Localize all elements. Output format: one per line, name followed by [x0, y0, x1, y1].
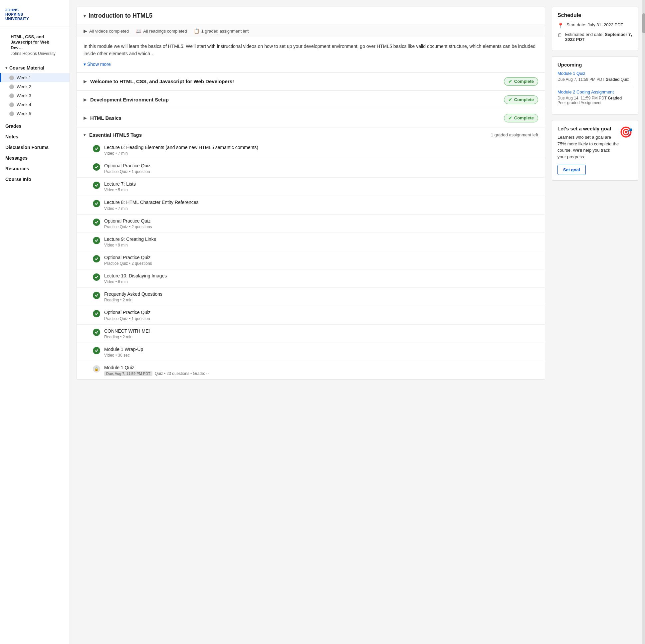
lesson-check-icon11: [93, 329, 100, 336]
section-welcome[interactable]: ▶ Welcome to HTML, CSS, and Javascript f…: [77, 72, 545, 90]
upcoming-link-1[interactable]: Module 1 Quiz: [558, 71, 633, 76]
divider: [558, 86, 633, 86]
status-assignments: 📋 1 graded assignment left: [194, 28, 249, 34]
goal-text: Learners who set a goal are 75% more lik…: [558, 134, 619, 160]
lesson-8[interactable]: Lecture 10: Displaying Images Video • 6 …: [77, 269, 545, 288]
lesson-3-title: Lecture 7: Lists: [104, 181, 136, 187]
essential-tags-header[interactable]: ▾ Essential HTML5 Tags 1 graded assignme…: [77, 127, 545, 141]
essential-tags-title: Essential HTML5 Tags: [89, 132, 142, 138]
goal-title: Let's set a weekly goal: [558, 126, 619, 131]
lesson-9-meta: Reading • 2 min: [104, 298, 162, 302]
section-chevron-icon: ▶: [83, 79, 87, 84]
complete-badge-htmlbasics: ✔ Complete: [504, 114, 538, 122]
sidebar-item-week1[interactable]: Week 1: [0, 73, 69, 82]
week2-dot: [9, 84, 14, 89]
sidebar-item-week3[interactable]: Week 3: [0, 91, 69, 100]
status-bar: ▶ All videos completed 📖 All readings co…: [77, 25, 545, 37]
scrollbar-thumb[interactable]: [642, 13, 645, 33]
reading-icon: 📖: [136, 28, 141, 34]
chevron-up-icon: ▾: [83, 61, 86, 67]
schedule-section: Schedule 📍 Start date: July 31, 2022 PDT…: [552, 7, 638, 51]
sidebar-item-week5[interactable]: Week 5: [0, 109, 69, 118]
lesson-5-meta: Practice Quiz • 2 questions: [104, 225, 152, 229]
check-icon3: ✔: [508, 115, 512, 121]
lesson-5[interactable]: Optional Practice Quiz Practice Quiz • 2…: [77, 215, 545, 233]
video-icon: ▶: [83, 28, 87, 34]
logo-area: JOHNS HOPKINS UNIVERSITY: [0, 5, 69, 27]
end-date-label: Estimated end date:: [565, 32, 604, 37]
lesson-10-meta: Practice Quiz • 1 question: [104, 316, 151, 321]
section-chevron-icon3: ▶: [83, 115, 87, 120]
show-more-label: Show more: [87, 61, 111, 67]
lesson-7-meta: Practice Quiz • 2 questions: [104, 261, 152, 266]
start-date-label: Start date:: [567, 22, 587, 27]
essential-chevron-icon: ▾: [83, 132, 86, 137]
check-icon: ✔: [508, 79, 512, 84]
sidebar-item-resources[interactable]: Resources: [0, 163, 69, 174]
lesson-6[interactable]: Lecture 9: Creating Links Video • 9 min: [77, 233, 545, 251]
calendar-icon: 🗓: [558, 32, 563, 38]
complete-label: Complete: [514, 79, 534, 84]
target-icon: 🎯: [619, 126, 633, 138]
sidebar-item-week4[interactable]: Week 4: [0, 100, 69, 109]
section-devenv[interactable]: ▶ Development Environment Setup ✔ Comple…: [77, 90, 545, 109]
lesson-1-title: Lecture 6: Heading Elements (and some ne…: [104, 144, 258, 150]
scrollbar[interactable]: [642, 0, 645, 644]
lesson-11[interactable]: CONNECT WITH ME! Reading • 2 min: [77, 325, 545, 343]
sidebar-item-grades[interactable]: Grades: [0, 121, 69, 131]
lesson-quiz-meta: Due, Aug 7, 11:59 PM PDT Quiz • 23 quest…: [104, 371, 209, 376]
sidebar-item-notes[interactable]: Notes: [0, 131, 69, 142]
section-chevron-icon2: ▶: [83, 97, 87, 102]
location-pin-icon: 📍: [558, 23, 564, 29]
week5-label: Week 5: [17, 111, 31, 116]
lesson-7[interactable]: Optional Practice Quiz Practice Quiz • 2…: [77, 251, 545, 269]
lesson-check-icon10: [93, 310, 100, 317]
lesson-3-meta: Video • 5 min: [104, 188, 136, 192]
lesson-4[interactable]: Lecture 8: HTML Character Entity Referen…: [77, 196, 545, 214]
upcoming-meta-1: Due Aug 7, 11:59 PM PDT Graded Quiz: [558, 77, 633, 82]
chevron-down-icon: ▾: [5, 65, 7, 70]
status-readings: 📖 All readings completed: [136, 28, 187, 34]
course-material-header[interactable]: ▾ Course Material: [0, 62, 69, 73]
lesson-quiz[interactable]: 🔒 Module 1 Quiz Due, Aug 7, 11:59 PM PDT…: [77, 361, 545, 379]
week2-label: Week 2: [17, 84, 31, 89]
lesson-9[interactable]: Frequently Asked Questions Reading • 2 m…: [77, 288, 545, 306]
module-title: Introduction to HTML5: [88, 12, 153, 19]
section-htmlbasics-title: HTML Basics: [90, 115, 122, 121]
lesson-4-meta: Video • 7 min: [104, 206, 199, 211]
upcoming-link-2[interactable]: Module 2 Coding Assignment: [558, 89, 633, 94]
lesson-11-title: CONNECT WITH ME!: [104, 328, 150, 334]
start-date-value: July 31, 2022 PDT: [588, 22, 623, 27]
sidebar: JOHNS HOPKINS UNIVERSITY HTML, CSS, and …: [0, 0, 70, 644]
lock-icon: 🔒: [93, 365, 100, 373]
lesson-12[interactable]: Module 1 Wrap-Up Video • 30 sec: [77, 343, 545, 361]
set-goal-button[interactable]: Set goal: [558, 165, 586, 175]
section-htmlbasics[interactable]: ▶ HTML Basics ✔ Complete: [77, 109, 545, 127]
lesson-6-title: Lecture 9: Creating Links: [104, 236, 156, 242]
lesson-2[interactable]: Optional Practice Quiz Practice Quiz • 1…: [77, 159, 545, 178]
assignment-icon: 📋: [194, 28, 199, 34]
lesson-check-icon5: [93, 219, 100, 226]
lesson-check-icon4: [93, 200, 100, 207]
module-header[interactable]: ▾ Introduction to HTML5: [77, 7, 545, 25]
due-badge: Due, Aug 7, 11:59 PM PDT: [104, 371, 153, 376]
week3-dot: [9, 93, 14, 98]
upcoming-item-1: Module 1 Quiz Due Aug 7, 11:59 PM PDT Gr…: [558, 71, 633, 82]
lesson-8-title: Lecture 10: Displaying Images: [104, 273, 167, 279]
show-more-button[interactable]: ▾ Show more: [77, 60, 545, 72]
upcoming-meta-2: Due Aug 14, 11:59 PM PDT Graded Peer-gra…: [558, 96, 633, 105]
sidebar-item-courseinfo[interactable]: Course Info: [0, 174, 69, 185]
sidebar-item-discussion[interactable]: Discussion Forums: [0, 142, 69, 153]
lesson-check-icon: [93, 145, 100, 152]
sidebar-item-week2[interactable]: Week 2: [0, 82, 69, 91]
lesson-10[interactable]: Optional Practice Quiz Practice Quiz • 1…: [77, 306, 545, 324]
lesson-12-title: Module 1 Wrap-Up: [104, 346, 143, 352]
lesson-11-meta: Reading • 2 min: [104, 335, 150, 339]
week4-dot: [9, 102, 14, 107]
sidebar-item-messages[interactable]: Messages: [0, 153, 69, 163]
lesson-1[interactable]: Lecture 6: Heading Elements (and some ne…: [77, 141, 545, 159]
lesson-check-icon12: [93, 347, 100, 354]
start-date-row: 📍 Start date: July 31, 2022 PDT: [558, 22, 633, 29]
lesson-3[interactable]: Lecture 7: Lists Video • 5 min: [77, 178, 545, 196]
week3-label: Week 3: [17, 93, 31, 98]
